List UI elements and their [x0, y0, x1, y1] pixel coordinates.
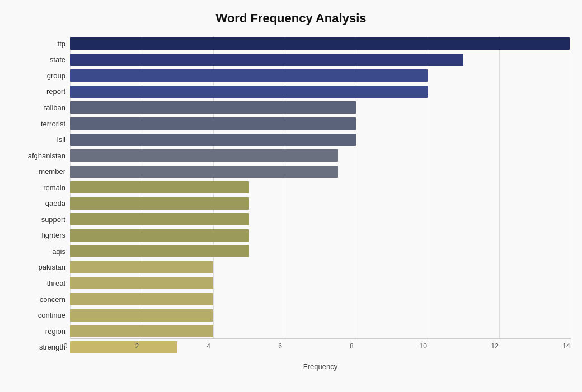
plot-area: 02468101214 Frequency	[70, 36, 571, 355]
y-label: remain	[43, 184, 65, 191]
chart-container: Word Frequency Analysis ttpstategrouprep…	[0, 0, 582, 392]
bar	[70, 117, 356, 130]
bar-row	[70, 133, 571, 147]
y-label: pakistan	[39, 263, 65, 271]
bar	[70, 86, 428, 98]
bar-row	[70, 100, 571, 115]
bar-row	[70, 68, 571, 83]
bar-row	[70, 148, 571, 163]
y-label: fighters	[41, 232, 65, 239]
chart-title: Word Frequency Analysis	[11, 11, 571, 26]
bar	[70, 245, 249, 257]
x-tick-labels: 02468101214	[70, 339, 571, 350]
bar	[70, 213, 249, 225]
y-label: ttp	[58, 40, 65, 48]
y-label: concern	[40, 296, 65, 303]
x-tick-label: 2	[129, 342, 146, 350]
bar-row	[70, 36, 571, 51]
bar	[70, 309, 213, 322]
x-tick-label: 8	[343, 342, 360, 350]
y-label: continue	[38, 311, 65, 319]
grid-line	[571, 36, 571, 338]
y-label: region	[45, 328, 65, 335]
x-tick-label: 10	[415, 342, 431, 350]
bar-row	[70, 324, 571, 338]
bar	[70, 261, 213, 273]
bar-row	[70, 228, 571, 243]
y-label: aqis	[52, 248, 65, 255]
bar-row	[70, 308, 571, 323]
bar	[70, 101, 356, 114]
bar	[70, 293, 213, 305]
y-label: threat	[47, 280, 65, 287]
chart-area: ttpstategroupreporttalibanterroristisila…	[11, 36, 571, 355]
bar	[70, 229, 249, 242]
bar-row	[70, 292, 571, 306]
x-tick-label: 14	[558, 342, 575, 350]
bar	[70, 166, 338, 178]
bar-row	[70, 164, 571, 179]
bar	[70, 54, 463, 66]
y-axis: ttpstategroupreporttalibanterroristisila…	[11, 36, 70, 355]
y-label: state	[50, 56, 65, 63]
x-axis-title: Frequency	[70, 362, 571, 371]
y-label: group	[47, 72, 65, 79]
bar	[70, 325, 213, 337]
y-label: member	[39, 168, 65, 175]
y-label: terrorist	[41, 120, 65, 127]
y-label: isil	[57, 136, 65, 143]
bar	[70, 134, 356, 146]
bar	[70, 181, 249, 193]
x-axis: 02468101214 Frequency	[70, 338, 571, 355]
bar-row	[70, 244, 571, 258]
x-tick-label: 0	[57, 342, 74, 350]
y-label: taliban	[44, 104, 65, 111]
bar-row	[70, 116, 571, 131]
y-label: qaeda	[45, 200, 65, 207]
bar-row	[70, 196, 571, 211]
bar-row	[70, 212, 571, 226]
bar-row	[70, 53, 571, 67]
bar	[70, 197, 249, 210]
y-label: support	[41, 216, 65, 223]
y-label: report	[46, 88, 65, 95]
bar	[70, 149, 338, 162]
bar	[70, 277, 213, 289]
bar-row	[70, 260, 571, 275]
bar-row	[70, 84, 571, 99]
x-tick-label: 12	[486, 342, 503, 350]
bar-row	[70, 180, 571, 195]
x-tick-label: 6	[272, 342, 289, 350]
y-label: afghanistan	[28, 152, 65, 159]
bar-row	[70, 276, 571, 290]
x-tick-label: 4	[200, 342, 217, 350]
bar	[70, 69, 428, 82]
bar	[70, 37, 570, 50]
